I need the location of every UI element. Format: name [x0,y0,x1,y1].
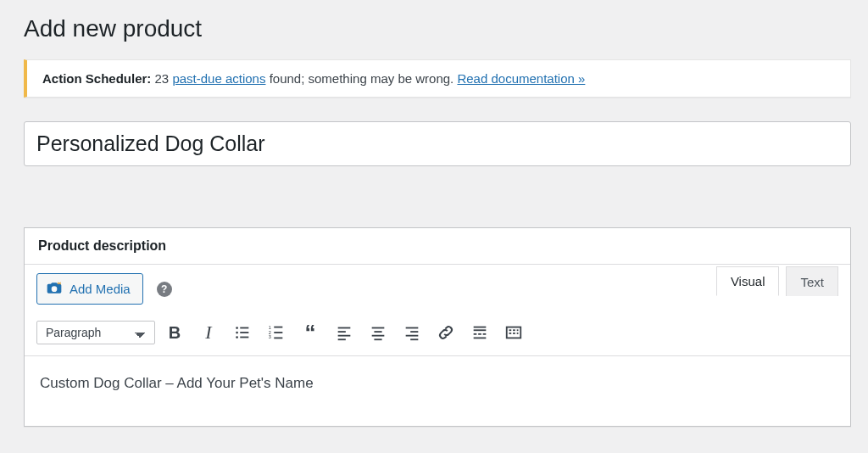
svg-rect-6 [240,337,248,338]
svg-text:3: 3 [269,334,271,339]
warning-notice: Action Scheduler: 23 past-due actions fo… [24,59,851,98]
svg-point-5 [236,336,238,338]
svg-rect-25 [474,327,487,328]
notice-count: 23 [155,71,170,86]
description-editor: Product description Add Media ? Visual T… [24,227,851,427]
svg-rect-13 [338,327,351,329]
camera-icon [46,279,63,299]
svg-rect-2 [240,327,248,329]
svg-rect-14 [338,331,346,333]
svg-rect-10 [274,332,282,333]
page-title: Add new product [24,0,851,59]
svg-rect-16 [338,338,346,340]
svg-point-0 [53,288,55,290]
read-more-button[interactable] [465,318,494,347]
help-icon[interactable]: ? [157,282,172,297]
svg-rect-21 [406,327,419,329]
svg-rect-28 [478,333,481,335]
notice-text: found; something may be wrong. [270,71,454,86]
link-button[interactable] [431,318,460,347]
svg-rect-35 [509,333,512,334]
svg-rect-17 [372,327,385,329]
format-select[interactable]: Paragraph [36,321,155,344]
svg-point-1 [236,327,238,329]
svg-rect-19 [372,335,385,337]
tab-visual[interactable]: Visual [716,266,780,296]
toolbar-toggle-button[interactable] [499,318,528,347]
svg-rect-12 [274,338,282,339]
svg-point-3 [236,332,238,334]
editor-section-title: Product description [38,238,837,254]
editor-toolbar: Paragraph B I 123 “ [25,310,850,356]
svg-rect-27 [474,333,477,335]
notice-label: Action Scheduler: [42,71,151,86]
add-media-button[interactable]: Add Media [36,273,143,305]
svg-rect-36 [513,333,515,334]
svg-rect-15 [338,335,351,337]
bold-button[interactable]: B [160,318,189,347]
svg-rect-24 [410,338,418,340]
svg-rect-26 [474,329,487,331]
svg-rect-18 [374,331,381,333]
svg-rect-37 [517,333,519,334]
align-center-button[interactable] [364,318,392,347]
italic-button[interactable]: I [194,318,223,347]
svg-rect-22 [410,331,418,333]
blockquote-button[interactable]: “ [296,318,325,347]
editor-content[interactable]: Custom Dog Collar – Add Your Pet's Name [25,356,850,426]
svg-rect-23 [406,335,419,337]
product-title-input[interactable] [24,121,851,166]
align-right-button[interactable] [398,318,426,347]
tab-text[interactable]: Text [786,266,838,296]
align-left-button[interactable] [330,318,359,347]
svg-rect-20 [374,338,381,340]
svg-rect-29 [483,333,487,335]
numbered-list-button[interactable]: 123 [262,318,291,347]
svg-rect-34 [517,329,519,331]
svg-rect-30 [474,338,487,339]
read-docs-link[interactable]: Read documentation » [457,71,585,86]
svg-rect-8 [274,327,282,328]
add-media-label: Add Media [70,282,131,296]
svg-rect-32 [509,329,512,331]
svg-rect-33 [513,329,515,331]
past-due-link[interactable]: past-due actions [172,71,265,86]
bullet-list-button[interactable] [228,318,257,347]
svg-rect-4 [240,332,248,333]
